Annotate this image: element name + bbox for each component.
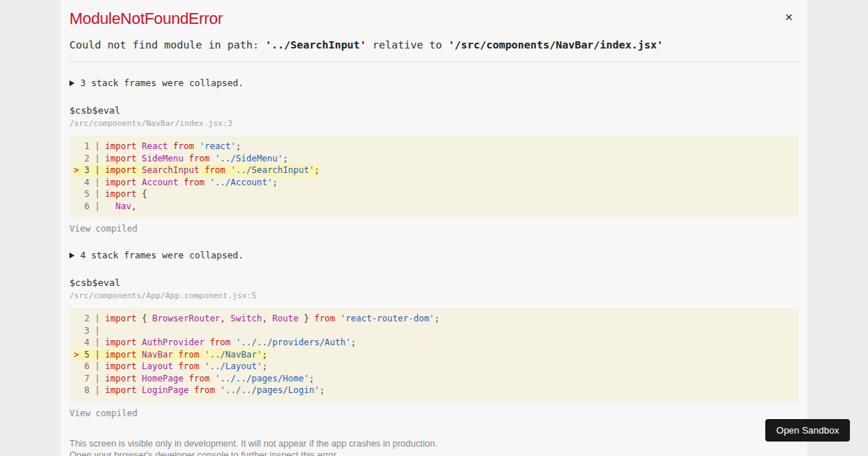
code-line: 6 | Nav,	[74, 200, 793, 213]
frame-function-name: $csb$eval	[69, 277, 799, 288]
code-line: 1 | import React from 'react';	[74, 140, 793, 153]
error-overlay: × ModuleNotFoundError Could not find mod…	[61, 0, 807, 456]
frame-file-location: /src/components/NavBar/index.jsx:3	[69, 119, 799, 128]
code-line: 5 | import {	[74, 188, 793, 200]
frame-function-name: $csb$eval	[69, 105, 799, 116]
footer-line-2: Open your browser's developer console to…	[69, 449, 799, 456]
code-line: > 3 | import SearchInput from '../Search…	[74, 164, 793, 177]
error-message: Could not find module in path: '../Searc…	[69, 39, 799, 51]
error-message-relative-file: '/src/components/NavBar/index.jsx'	[448, 39, 663, 51]
error-title: ModuleNotFoundError	[69, 9, 799, 28]
collapsed-frames-toggle[interactable]: 3 stack frames were collapsed.	[69, 77, 799, 88]
stack-frame-section-1: 3 stack frames were collapsed. $csb$eval…	[69, 77, 799, 235]
stack-frame-section-2: 4 stack frames were collapsed. $csb$eval…	[69, 250, 799, 419]
collapse-triangle-icon	[69, 80, 75, 86]
view-compiled-link[interactable]: View compiled	[69, 224, 137, 234]
code-block: 1 | import React from 'react'; 2 | impor…	[69, 136, 799, 217]
open-sandbox-button[interactable]: Open Sandbox	[765, 419, 850, 442]
view-compiled-link[interactable]: View compiled	[69, 408, 137, 418]
divider	[69, 62, 799, 62]
error-message-module-path: '../SearchInput'	[265, 39, 367, 51]
code-line: 2 | import { BrowserRouter, Switch, Rout…	[74, 313, 793, 325]
frame-file-location: /src/components/App/App.component.jsx:5	[69, 291, 799, 300]
close-icon[interactable]: ×	[785, 12, 793, 23]
footer-note: This screen is visible only in developme…	[69, 438, 799, 456]
collapse-triangle-icon	[69, 253, 75, 258]
collapsed-frames-label: 4 stack frames were collapsed.	[80, 250, 244, 261]
footer-line-1: This screen is visible only in developme…	[69, 438, 799, 450]
error-message-middle: relative to	[366, 39, 448, 51]
collapsed-frames-toggle[interactable]: 4 stack frames were collapsed.	[69, 250, 799, 261]
code-line: 2 | import SideMenu from '../SideMenu';	[74, 153, 793, 165]
collapsed-frames-label: 3 stack frames were collapsed.	[80, 77, 244, 88]
code-line: 3 |	[74, 325, 793, 337]
code-line: 4 | import AuthProvider from '../../prov…	[74, 337, 793, 349]
code-line: 4 | import Account from '../Account';	[74, 177, 793, 189]
code-line: 8 | import LoginPage from '../../pages/L…	[74, 384, 793, 397]
code-line: 7 | import HomePage from '../../pages/Ho…	[74, 373, 793, 385]
code-block: 2 | import { BrowserRouter, Switch, Rout…	[69, 308, 799, 402]
error-message-prefix: Could not find module in path:	[69, 39, 265, 51]
code-line: 6 | import Layout from '../Layout';	[74, 360, 793, 373]
code-line: > 5 | import NavBar from '../NavBar';	[74, 349, 793, 361]
